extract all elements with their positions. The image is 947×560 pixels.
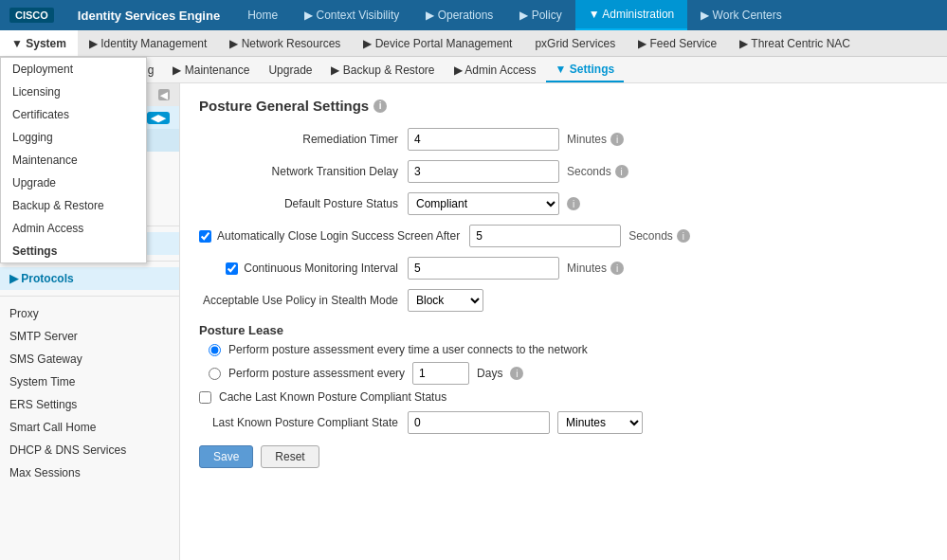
dropdown-settings[interactable]: Settings — [1, 240, 146, 262]
auto-close-label: Automatically Close Login Success Screen… — [199, 229, 469, 243]
reset-button[interactable]: Reset — [261, 445, 319, 468]
top-navbar: CISCO Identity Services Engine Home ▶ Co… — [0, 0, 947, 30]
network-transition-unit: Seconds — [567, 165, 611, 178]
sidebar-item-smart-call-home[interactable]: Smart Call Home — [0, 416, 179, 439]
network-transition-input[interactable] — [408, 160, 559, 183]
dropdown-backup-restore[interactable]: Backup & Restore — [1, 194, 146, 217]
system-dropdown: Deployment Licensing Certificates Loggin… — [0, 57, 147, 263]
sidebar-item-system-time[interactable]: System Time — [0, 370, 179, 393]
continuous-monitoring-info-icon[interactable]: i — [610, 262, 624, 275]
auto-close-checkbox[interactable] — [199, 230, 211, 243]
posture-lease-days-input[interactable] — [412, 362, 469, 385]
default-posture-row: Default Posture Status Compliant Non-Com… — [199, 192, 928, 215]
posture-lease-option2-prefix: Perform posture assessment every — [228, 367, 405, 380]
cisco-logo: CISCO — [0, 8, 64, 23]
dropdown-maintenance[interactable]: Maintenance — [1, 149, 146, 172]
sidebar-item-sms-gateway[interactable]: SMS Gateway — [0, 348, 179, 370]
page-title: Posture General Settings i — [199, 98, 928, 114]
tab-backup-restore[interactable]: ▶ Backup & Restore — [321, 57, 444, 82]
continuous-monitoring-input[interactable] — [408, 257, 559, 280]
cache-checkbox[interactable] — [199, 391, 211, 404]
dropdown-logging[interactable]: Logging — [1, 126, 146, 149]
tab-settings[interactable]: ▼ Settings — [546, 57, 625, 82]
sidebar-item-dhcp-dns[interactable]: DHCP & DNS Services — [0, 439, 179, 461]
remediation-timer-label: Remediation Timer — [199, 133, 408, 146]
remediation-timer-input[interactable] — [408, 128, 559, 151]
auto-close-unit: Seconds — [628, 229, 673, 243]
default-posture-label: Default Posture Status — [199, 197, 408, 210]
nav-home[interactable]: Home — [234, 0, 291, 30]
sidebar-item-max-sessions[interactable]: Max Sessions — [0, 461, 179, 484]
dropdown-deployment[interactable]: Deployment — [1, 58, 146, 81]
nav-policy[interactable]: ▶ Policy — [506, 0, 574, 30]
nav-network-resources[interactable]: ▶ Network Resources — [218, 30, 352, 56]
posture-lease-info-icon[interactable]: i — [510, 367, 523, 380]
sidebar-protocols-header[interactable]: ▶ Protocols — [0, 267, 179, 290]
cisco-logo-text: CISCO — [9, 8, 54, 23]
nav-identity-management[interactable]: ▶ Identity Management — [78, 30, 218, 56]
sidebar-item-proxy[interactable]: Proxy — [0, 302, 179, 325]
nav-operations[interactable]: ▶ Operations — [412, 0, 506, 30]
auto-close-input[interactable] — [469, 225, 621, 247]
posture-lease-option2-radio[interactable] — [209, 368, 221, 380]
tab-admin-access[interactable]: ▶ Admin Access — [445, 57, 546, 82]
nav-pxgrid[interactable]: pxGrid Services — [523, 30, 627, 56]
network-transition-info-icon[interactable]: i — [615, 165, 628, 178]
continuous-monitoring-label-text: Continuous Monitoring Interval — [244, 262, 398, 275]
nav-feed-service[interactable]: ▶ Feed Service — [627, 30, 728, 56]
network-transition-label: Network Transition Delay — [199, 165, 408, 178]
continuous-monitoring-label: Continuous Monitoring Interval — [199, 262, 408, 275]
nav-threat-centric[interactable]: ▶ Threat Centric NAC — [728, 30, 862, 56]
top-nav-items: Home ▶ Context Visibility ▶ Operations ▶… — [234, 0, 795, 30]
posture-lease-title: Posture Lease — [199, 323, 928, 337]
acceptable-use-select[interactable]: Block Accept — [408, 289, 483, 312]
acceptable-use-label: Acceptable Use Policy in Stealth Mode — [199, 294, 408, 307]
sidebar-protocols-label: ▶ Protocols — [9, 272, 74, 285]
last-known-label: Last Known Posture Compliant State — [199, 416, 408, 429]
remediation-timer-info-icon[interactable]: i — [610, 133, 624, 146]
default-posture-select[interactable]: Compliant Non-Compliant Unknown — [408, 192, 559, 215]
posture-lease-option1-row: Perform posture assessment every time a … — [209, 343, 928, 356]
auto-close-info-icon[interactable]: i — [677, 229, 690, 243]
dropdown-licensing[interactable]: Licensing — [1, 81, 146, 103]
last-known-input[interactable] — [408, 411, 550, 434]
nav-system-label: ▼ System — [11, 37, 66, 50]
network-transition-row: Network Transition Delay Seconds i — [199, 160, 928, 183]
auto-close-row: Automatically Close Login Success Screen… — [199, 225, 928, 247]
tab-upgrade[interactable]: Upgrade — [259, 57, 321, 82]
continuous-monitoring-row: Continuous Monitoring Interval Minutes i — [199, 257, 928, 280]
second-navbar: ▼ System ▶ Identity Management ▶ Network… — [0, 30, 947, 57]
main-content: Posture General Settings i Remediation T… — [180, 83, 947, 560]
remediation-timer-row: Remediation Timer Minutes i — [199, 128, 928, 151]
save-button[interactable]: Save — [199, 445, 253, 468]
posture-lease-option2-row: Perform posture assessment every Days i — [209, 362, 928, 385]
continuous-monitoring-unit: Minutes — [567, 262, 607, 275]
sidebar-item-ers-settings[interactable]: ERS Settings — [0, 393, 179, 416]
sidebar-expand-icon[interactable]: ◀▶ — [147, 112, 170, 124]
auto-close-label-text: Automatically Close Login Success Screen… — [217, 229, 460, 243]
nav-context-visibility[interactable]: ▶ Context Visibility — [291, 0, 412, 30]
dropdown-admin-access[interactable]: Admin Access — [1, 217, 146, 240]
cache-row: Cache Last Known Posture Compliant Statu… — [199, 390, 928, 404]
app-title: Identity Services Engine — [64, 9, 234, 23]
page-title-text: Posture General Settings — [199, 98, 369, 114]
acceptable-use-row: Acceptable Use Policy in Stealth Mode Bl… — [199, 289, 928, 312]
dropdown-upgrade[interactable]: Upgrade — [1, 172, 146, 194]
default-posture-info-icon[interactable]: i — [567, 197, 580, 210]
nav-work-centers[interactable]: ▶ Work Centers — [687, 0, 794, 30]
tab-maintenance[interactable]: ▶ Maintenance — [163, 57, 259, 82]
continuous-monitoring-checkbox[interactable] — [226, 262, 238, 275]
page-title-info-icon[interactable]: i — [373, 99, 387, 113]
nav-device-portal[interactable]: ▶ Device Portal Management — [352, 30, 523, 56]
sidebar-item-smtp-server[interactable]: SMTP Server — [0, 325, 179, 348]
nav-administration[interactable]: ▼ Administration — [575, 0, 688, 30]
remediation-timer-unit: Minutes — [567, 133, 607, 146]
last-known-unit-select[interactable]: Minutes Hours Days — [557, 411, 643, 434]
posture-lease-option1-radio[interactable] — [209, 344, 221, 356]
dropdown-certificates[interactable]: Certificates — [1, 103, 146, 126]
cache-label: Cache Last Known Posture Compliant Statu… — [219, 390, 446, 404]
nav-system[interactable]: ▼ System — [0, 30, 78, 56]
sidebar-collapse-icon[interactable]: ◀ — [158, 89, 170, 100]
form-buttons: Save Reset — [199, 445, 928, 468]
posture-lease-option1-label: Perform posture assessment every time a … — [228, 343, 588, 356]
